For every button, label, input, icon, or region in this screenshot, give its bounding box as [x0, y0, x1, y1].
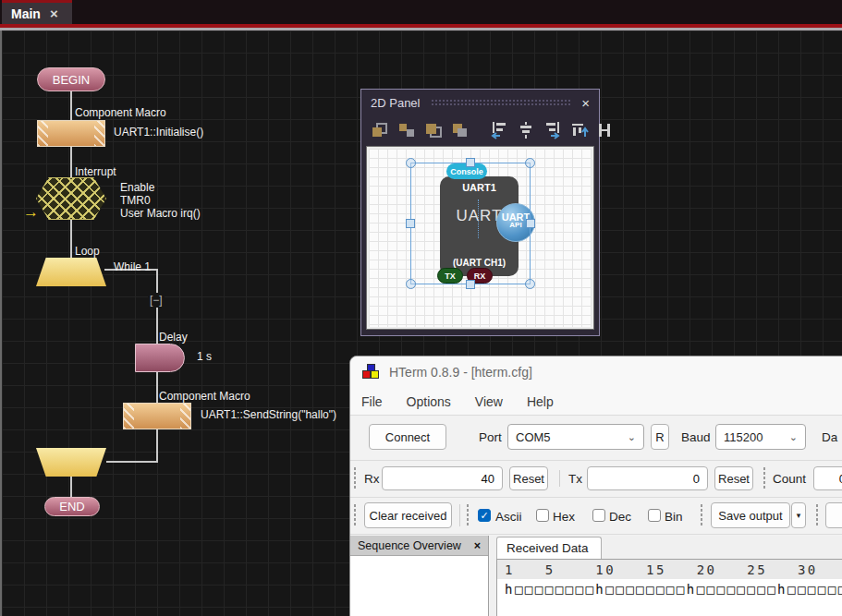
flow-component-macro-node[interactable]	[37, 120, 105, 147]
node-caption: While 1	[114, 260, 151, 273]
separator	[459, 504, 460, 526]
hex-checkbox-label[interactable]: Hex	[553, 510, 575, 524]
connector-line	[70, 145, 72, 178]
selection-handle[interactable]	[466, 158, 475, 167]
menu-help[interactable]: Help	[527, 394, 554, 409]
selection-handle[interactable]	[406, 219, 415, 228]
node-caption: Enable	[120, 181, 154, 194]
hatch-decoration	[124, 404, 134, 429]
tx-reset-button[interactable]: Reset	[714, 466, 753, 490]
node-title: Interrupt	[75, 165, 116, 178]
hterm-menubar: File Options View Help	[350, 388, 842, 415]
toolbar-grip[interactable]	[353, 466, 357, 490]
flow-interrupt-node[interactable]	[36, 177, 106, 220]
flow-loop-start-node[interactable]	[36, 258, 106, 286]
node-title: Component Macro	[159, 390, 250, 403]
separator	[559, 470, 560, 487]
node-title: Delay	[159, 331, 188, 344]
save-output-dropdown-arrow[interactable]: ▾	[791, 502, 806, 528]
separator	[350, 460, 842, 461]
dec-checkbox-label[interactable]: Dec	[609, 510, 631, 524]
close-icon[interactable]: ×	[474, 539, 481, 552]
separator	[350, 534, 842, 535]
connector-line	[156, 429, 158, 463]
align-right-icon[interactable]	[543, 121, 562, 139]
tx-count-field: 0	[587, 466, 708, 490]
separator	[350, 415, 842, 416]
menu-options[interactable]: Options	[407, 394, 451, 409]
received-data-area: Received Data 1 5 10 15 20 25 30 h□□□□□□…	[490, 536, 842, 616]
send-backward-icon[interactable]	[397, 122, 416, 139]
dec-checkbox[interactable]	[592, 509, 605, 522]
toolbar-grip[interactable]	[700, 503, 703, 527]
connector-line	[70, 220, 72, 258]
baud-combobox[interactable]: 115200 ⌄	[715, 424, 806, 450]
collapse-toggle[interactable]: [−]	[148, 293, 165, 308]
rescan-ports-button[interactable]: R	[651, 424, 669, 450]
selection-handle[interactable]	[406, 279, 416, 289]
selection-handle[interactable]	[526, 219, 535, 228]
flow-delay-node[interactable]	[135, 344, 185, 372]
send-to-back-icon[interactable]	[451, 122, 470, 139]
selection-handle[interactable]	[466, 280, 475, 289]
port-label: Port	[479, 430, 502, 444]
bring-forward-icon[interactable]	[371, 122, 389, 139]
align-top-icon[interactable]	[570, 121, 589, 139]
align-left-icon[interactable]	[490, 121, 508, 139]
node-caption: 1 s	[197, 350, 212, 363]
2d-panel-titlebar[interactable]: 2D Panel ×	[361, 90, 599, 115]
chevron-down-icon: ⌄	[628, 431, 636, 443]
flow-end-node[interactable]: END	[44, 497, 100, 516]
rx-reset-button[interactable]: Reset	[509, 466, 548, 490]
toolbar-grip[interactable]	[353, 503, 357, 527]
flow-loop-end-node[interactable]	[36, 448, 106, 477]
connector-line	[70, 477, 72, 498]
hex-checkbox[interactable]	[536, 509, 549, 522]
bin-checkbox-label[interactable]: Bin	[665, 510, 683, 524]
ascii-checkbox[interactable]: ✓	[478, 509, 491, 522]
tab-main[interactable]: Main ×	[2, 0, 72, 24]
titlebar-grip[interactable]	[431, 99, 570, 106]
end-label: END	[59, 500, 84, 513]
connector-line	[156, 372, 158, 404]
toolbar-grip[interactable]	[815, 503, 819, 527]
sequence-overview-panel: Sequence Overview ×	[350, 536, 489, 616]
clipped-toolbar-button[interactable]	[825, 502, 842, 528]
baud-value: 115200	[724, 430, 763, 444]
count-label: Count	[773, 472, 806, 486]
flow-component-macro-node[interactable]	[123, 403, 191, 429]
selection-handle[interactable]	[525, 158, 535, 168]
tx-label: Tx	[568, 472, 582, 486]
flow-begin-node[interactable]: BEGIN	[37, 67, 105, 91]
menu-file[interactable]: File	[361, 394, 383, 409]
2d-panel-canvas[interactable]: Console UART1 UART (UART CH1) TX RX UART…	[367, 147, 593, 329]
hatch-decoration	[180, 404, 190, 429]
toolbar-grip[interactable]	[763, 466, 766, 490]
bring-to-front-icon[interactable]	[424, 122, 443, 139]
clear-received-button[interactable]: Clear received	[364, 502, 452, 528]
selection-handle[interactable]	[525, 279, 535, 289]
rx-count-field: 40	[382, 466, 503, 490]
tab-received-data[interactable]: Received Data	[496, 537, 602, 559]
close-icon[interactable]: ×	[581, 95, 590, 111]
selection-rectangle	[410, 163, 531, 284]
align-middle-icon[interactable]	[597, 121, 612, 139]
ascii-checkbox-label[interactable]: Ascii	[495, 510, 522, 524]
hatch-decoration	[94, 121, 104, 146]
2d-panel-window: 2D Panel × Console UART1 UART (UART CH1)…	[360, 89, 600, 336]
received-data-viewport[interactable]: 1 5 10 15 20 25 30 h□□□□□□□□h□□□□□□□□h□□…	[496, 559, 842, 616]
toolbar-grip[interactable]	[466, 503, 470, 527]
sequence-overview-header[interactable]: Sequence Overview ×	[350, 536, 488, 556]
2d-panel-toolbar	[361, 115, 599, 145]
menu-view[interactable]: View	[475, 394, 503, 409]
sequence-overview-title: Sequence Overview	[358, 539, 461, 552]
bin-checkbox[interactable]	[648, 509, 661, 522]
hterm-titlebar[interactable]: HTerm 0.8.9 - [hterm.cfg]	[350, 356, 842, 388]
save-output-button[interactable]: Save output	[711, 502, 790, 528]
tab-close-icon[interactable]: ×	[50, 6, 58, 21]
selection-handle[interactable]	[406, 158, 416, 168]
connect-button[interactable]: Connect	[369, 424, 446, 450]
port-combobox[interactable]: COM5 ⌄	[507, 424, 644, 450]
node-title: Component Macro	[75, 106, 166, 119]
align-center-icon[interactable]	[517, 121, 535, 139]
